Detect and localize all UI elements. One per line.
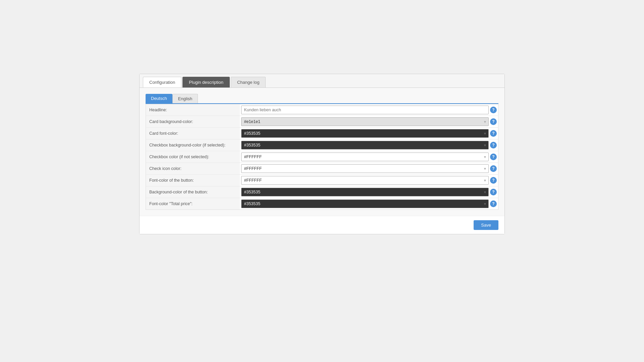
input-row-font-color-btn: #FFFFFF ▼ ? xyxy=(241,176,497,185)
card-bg-select[interactable]: #e1e1e1 xyxy=(241,117,489,126)
field-input-cell-bg-color-btn: #353535 ▼ ? xyxy=(240,186,498,198)
help-button-check-icon[interactable]: ? xyxy=(490,165,497,172)
config-table: Headline: ? Card background-color: xyxy=(146,104,498,210)
font-color-btn-select[interactable]: #FFFFFF xyxy=(241,176,489,185)
panel-body: Deutsch English Headline: ? xyxy=(140,88,504,216)
help-button-headline[interactable]: ? xyxy=(490,107,497,113)
field-label-headline: Headline: xyxy=(146,104,240,116)
lang-tab-english[interactable]: English xyxy=(172,94,198,103)
table-row: Check icon color: #FFFFFF ▼ ? xyxy=(146,163,498,175)
help-button-total-price[interactable]: ? xyxy=(490,200,497,207)
footer-bar: Save xyxy=(140,216,504,234)
table-row: Card font-color: #353535 ▼ ? xyxy=(146,128,498,139)
select-wrapper-bg-color-btn: #353535 ▼ xyxy=(241,188,489,196)
select-wrapper-check-icon: #FFFFFF ▼ xyxy=(241,164,489,173)
field-label-check-icon: Check icon color: xyxy=(146,163,240,175)
help-button-font-color-btn[interactable]: ? xyxy=(490,177,497,184)
lang-tabs: Deutsch English xyxy=(146,94,498,104)
save-button[interactable]: Save xyxy=(474,220,498,230)
input-row-check-icon: #FFFFFF ▼ ? xyxy=(241,164,497,173)
checkbox-bg-select[interactable]: #353535 xyxy=(241,141,489,149)
bg-color-btn-select[interactable]: #353535 xyxy=(241,188,489,196)
input-row-card-font: #353535 ▼ ? xyxy=(241,129,497,138)
page-wrapper: Configuration Plugin description Change … xyxy=(0,0,644,362)
card-font-select[interactable]: #353535 xyxy=(241,129,489,138)
help-button-checkbox-bg[interactable]: ? xyxy=(490,142,497,148)
total-price-select[interactable]: #353535 xyxy=(241,199,489,208)
tab-configuration[interactable]: Configuration xyxy=(143,77,181,87)
help-button-card-bg[interactable]: ? xyxy=(490,118,497,125)
input-row-checkbox-bg: #353535 ▼ ? xyxy=(241,141,497,149)
select-wrapper-font-color-btn: #FFFFFF ▼ xyxy=(241,176,489,185)
field-input-cell-checkbox-color: #FFFFFF ▼ ? xyxy=(240,151,498,163)
tab-change-log[interactable]: Change log xyxy=(231,77,266,87)
field-input-cell-check-icon: #FFFFFF ▼ ? xyxy=(240,163,498,175)
field-input-cell-card-font: #353535 ▼ ? xyxy=(240,128,498,139)
field-label-checkbox-bg: Checkbox background-color (if selected): xyxy=(146,139,240,151)
table-row: Checkbox color (if not selected): #FFFFF… xyxy=(146,151,498,163)
check-icon-select[interactable]: #FFFFFF xyxy=(241,164,489,173)
input-row-checkbox-color: #FFFFFF ▼ ? xyxy=(241,153,497,161)
field-label-total-price: Font-color "Total price": xyxy=(146,198,240,210)
input-row-bg-color-btn: #353535 ▼ ? xyxy=(241,188,497,196)
table-row: Checkbox background-color (if selected):… xyxy=(146,139,498,151)
tabs-header: Configuration Plugin description Change … xyxy=(140,74,504,88)
headline-input[interactable] xyxy=(241,106,489,114)
field-input-cell-font-color-btn: #FFFFFF ▼ ? xyxy=(240,175,498,186)
select-wrapper-total-price: #353535 ▼ xyxy=(241,199,489,208)
field-label-card-bg: Card background-color: xyxy=(146,116,240,128)
table-row: Font-color of the button: #FFFFFF ▼ ? xyxy=(146,175,498,186)
field-label-font-color-btn: Font-color of the button: xyxy=(146,175,240,186)
lang-tab-deutsch[interactable]: Deutsch xyxy=(146,94,172,103)
field-label-checkbox-color: Checkbox color (if not selected): xyxy=(146,151,240,163)
field-input-cell-headline: ? xyxy=(240,104,498,116)
table-row: Card background-color: #e1e1e1 ▼ ? xyxy=(146,116,498,128)
field-input-cell-total-price: #353535 ▼ ? xyxy=(240,198,498,210)
field-input-cell-checkbox-bg: #353535 ▼ ? xyxy=(240,139,498,151)
help-button-checkbox-color[interactable]: ? xyxy=(490,154,497,160)
table-row: Headline: ? xyxy=(146,104,498,116)
select-wrapper-checkbox-bg: #353535 ▼ xyxy=(241,141,489,149)
field-label-card-font: Card font-color: xyxy=(146,128,240,139)
help-button-bg-color-btn[interactable]: ? xyxy=(490,189,497,195)
checkbox-color-select[interactable]: #FFFFFF xyxy=(241,153,489,161)
select-wrapper-card-font: #353535 ▼ xyxy=(241,129,489,138)
table-row: Background-color of the button: #353535 … xyxy=(146,186,498,198)
input-row-total-price: #353535 ▼ ? xyxy=(241,199,497,208)
select-wrapper-card-bg: #e1e1e1 ▼ xyxy=(241,117,489,126)
select-wrapper-checkbox-color: #FFFFFF ▼ xyxy=(241,153,489,161)
input-row-card-bg: #e1e1e1 ▼ ? xyxy=(241,117,497,126)
field-input-cell-card-bg: #e1e1e1 ▼ ? xyxy=(240,116,498,128)
main-panel: Configuration Plugin description Change … xyxy=(139,74,505,234)
help-button-card-font[interactable]: ? xyxy=(490,130,497,137)
tab-plugin-description[interactable]: Plugin description xyxy=(182,77,230,87)
input-row-headline: ? xyxy=(241,106,497,114)
field-label-bg-color-btn: Background-color of the button: xyxy=(146,186,240,198)
table-row: Font-color "Total price": #353535 ▼ ? xyxy=(146,198,498,210)
